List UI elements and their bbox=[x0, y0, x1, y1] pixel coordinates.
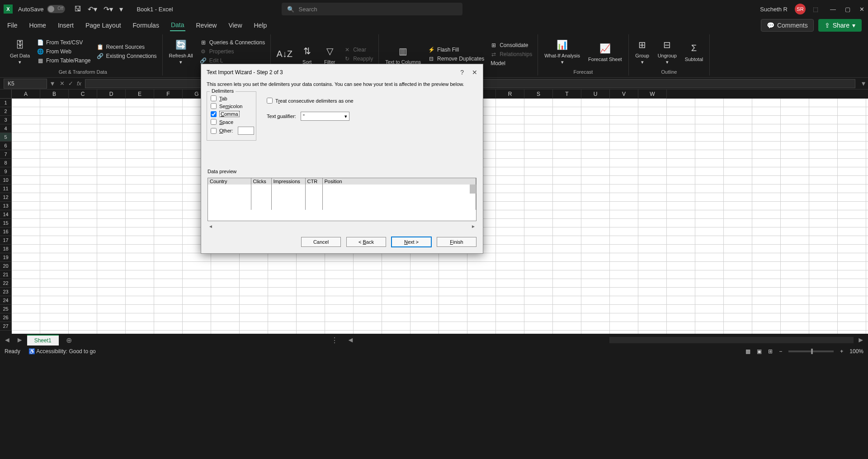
column-header[interactable]: W bbox=[638, 90, 667, 99]
column-header[interactable]: R bbox=[496, 90, 524, 99]
enter-formula-icon[interactable]: ✓ bbox=[68, 80, 73, 87]
preview-scroll-right-icon[interactable]: ► bbox=[471, 224, 476, 229]
column-header[interactable]: B bbox=[40, 90, 69, 99]
search-box[interactable]: 🔍 Search bbox=[282, 3, 462, 15]
reapply-button[interactable]: ↻Reapply bbox=[342, 55, 375, 63]
column-header[interactable]: C bbox=[69, 90, 97, 99]
name-box[interactable] bbox=[4, 79, 47, 89]
row-header[interactable]: 18 bbox=[0, 245, 12, 253]
row-header[interactable]: 3 bbox=[0, 116, 12, 124]
row-header[interactable]: 21 bbox=[0, 270, 12, 279]
row-header[interactable]: 6 bbox=[0, 142, 12, 150]
tab-home[interactable]: Home bbox=[28, 20, 47, 31]
relationships-button[interactable]: ⇄Relationships bbox=[489, 50, 534, 58]
row-header[interactable]: 23 bbox=[0, 288, 12, 296]
row-header[interactable]: 15 bbox=[0, 219, 12, 227]
ribbon-display-icon[interactable]: ⬚ bbox=[813, 6, 818, 13]
row-header[interactable]: 19 bbox=[0, 253, 12, 262]
row-header[interactable]: 24 bbox=[0, 296, 12, 305]
sheet-next-icon[interactable]: ► bbox=[16, 336, 24, 344]
ungroup-button[interactable]: ⊟Ungroup▾ bbox=[655, 34, 679, 68]
finish-button[interactable]: Finish bbox=[437, 237, 476, 247]
sheet-options-icon[interactable]: ⋮ bbox=[331, 336, 338, 345]
zoom-out-icon[interactable]: − bbox=[779, 348, 782, 355]
queries-connections-button[interactable]: ⊞Queries & Connections bbox=[198, 38, 267, 47]
tab-review[interactable]: Review bbox=[195, 20, 218, 31]
undo-icon[interactable]: ↶▾ bbox=[88, 5, 97, 14]
column-header[interactable]: T bbox=[553, 90, 581, 99]
model-button[interactable]: Model bbox=[489, 59, 534, 67]
cancel-button[interactable]: Cancel bbox=[301, 237, 341, 247]
preview-scroll-left-icon[interactable]: ◄ bbox=[208, 224, 213, 229]
tab-view[interactable]: View bbox=[227, 20, 243, 31]
subtotal-button[interactable]: ΣSubtotal bbox=[682, 34, 706, 68]
cancel-formula-icon[interactable]: ✕ bbox=[60, 80, 65, 87]
redo-icon[interactable]: ↷▾ bbox=[104, 5, 113, 14]
flash-fill-button[interactable]: ⚡Flash Fill bbox=[426, 46, 486, 54]
name-box-dropdown-icon[interactable]: ▾ bbox=[51, 79, 54, 88]
row-header[interactable]: 11 bbox=[0, 185, 12, 193]
next-button[interactable]: Next > bbox=[392, 237, 431, 247]
row-header[interactable]: 5 bbox=[0, 133, 12, 142]
from-web-button[interactable]: 🌐From Web bbox=[35, 47, 93, 56]
row-header[interactable]: 7 bbox=[0, 150, 12, 159]
comma-checkbox[interactable] bbox=[211, 111, 217, 117]
row-header[interactable]: 14 bbox=[0, 210, 12, 219]
from-table-range-button[interactable]: ▦From Table/Range bbox=[35, 57, 93, 65]
row-header[interactable]: 10 bbox=[0, 176, 12, 185]
forecast-sheet-button[interactable]: 📈Forecast Sheet bbox=[585, 34, 625, 68]
help-icon[interactable]: ? bbox=[460, 69, 464, 76]
autosave-toggle[interactable]: Off bbox=[47, 5, 65, 13]
consolidate-button[interactable]: ⊞Consolidate bbox=[489, 41, 534, 49]
row-header[interactable]: 25 bbox=[0, 305, 12, 313]
remove-duplicates-button[interactable]: ⊟Remove Duplicates bbox=[426, 55, 486, 63]
tab-page-layout[interactable]: Page Layout bbox=[85, 20, 122, 31]
group-button[interactable]: ⊞Group▾ bbox=[632, 34, 652, 68]
recent-sources-button[interactable]: 📋Recent Sources bbox=[95, 43, 159, 51]
user-name[interactable]: Sucheth R bbox=[760, 6, 788, 13]
row-header[interactable]: 2 bbox=[0, 107, 12, 116]
select-all-corner[interactable] bbox=[0, 90, 12, 99]
refresh-all-button[interactable]: 🔄Refresh All▾ bbox=[166, 34, 196, 68]
properties-button[interactable]: ⚙Properties bbox=[198, 47, 267, 56]
close-icon[interactable]: ✕ bbox=[859, 6, 864, 13]
row-header[interactable]: 13 bbox=[0, 202, 12, 210]
user-avatar[interactable]: SR bbox=[795, 4, 806, 14]
qat-dropdown-icon[interactable]: ▾ bbox=[119, 5, 123, 14]
tab-insert[interactable]: Insert bbox=[57, 20, 75, 31]
autosave-toggle-group[interactable]: AutoSave Off bbox=[18, 5, 65, 13]
row-header[interactable]: 8 bbox=[0, 159, 12, 167]
status-accessibility[interactable]: ♿ Accessibility: Good to go bbox=[28, 348, 96, 355]
column-header[interactable]: A bbox=[12, 90, 40, 99]
row-header[interactable]: 16 bbox=[0, 227, 12, 236]
text-qualifier-select[interactable]: "▾ bbox=[301, 112, 349, 121]
space-label[interactable]: Space bbox=[219, 119, 233, 125]
row-header[interactable]: 27 bbox=[0, 322, 12, 331]
zoom-slider[interactable] bbox=[788, 350, 834, 352]
tab-file[interactable]: File bbox=[6, 20, 19, 31]
column-header[interactable]: V bbox=[610, 90, 638, 99]
column-header[interactable]: S bbox=[524, 90, 553, 99]
tab-formulas[interactable]: Formulas bbox=[132, 20, 160, 31]
space-checkbox[interactable] bbox=[211, 119, 217, 125]
row-header[interactable]: 1 bbox=[0, 99, 12, 107]
hscroll-right-icon[interactable]: ► bbox=[857, 336, 864, 344]
row-header[interactable]: 9 bbox=[0, 167, 12, 176]
back-button[interactable]: < Back bbox=[346, 237, 386, 247]
comma-label[interactable]: Comma bbox=[219, 111, 240, 117]
sheet-tab-sheet1[interactable]: Sheet1 bbox=[27, 335, 59, 345]
view-page-layout-icon[interactable]: ▣ bbox=[757, 348, 762, 355]
formula-expand-icon[interactable]: ▾ bbox=[862, 79, 865, 88]
row-header[interactable]: 4 bbox=[0, 124, 12, 133]
column-header[interactable]: D bbox=[97, 90, 126, 99]
consecutive-delimiters-checkbox[interactable] bbox=[267, 98, 273, 104]
tab-checkbox[interactable] bbox=[211, 95, 217, 101]
row-header[interactable]: 22 bbox=[0, 279, 12, 288]
other-delimiter-input[interactable] bbox=[238, 127, 254, 135]
fx-icon[interactable]: fx bbox=[77, 80, 81, 87]
existing-connections-button[interactable]: 🔗Existing Connections bbox=[95, 52, 159, 60]
column-header[interactable]: F bbox=[154, 90, 183, 99]
other-label[interactable]: Other: bbox=[219, 128, 233, 133]
other-checkbox[interactable] bbox=[211, 128, 217, 134]
share-button[interactable]: ⇪Share▾ bbox=[818, 19, 862, 32]
